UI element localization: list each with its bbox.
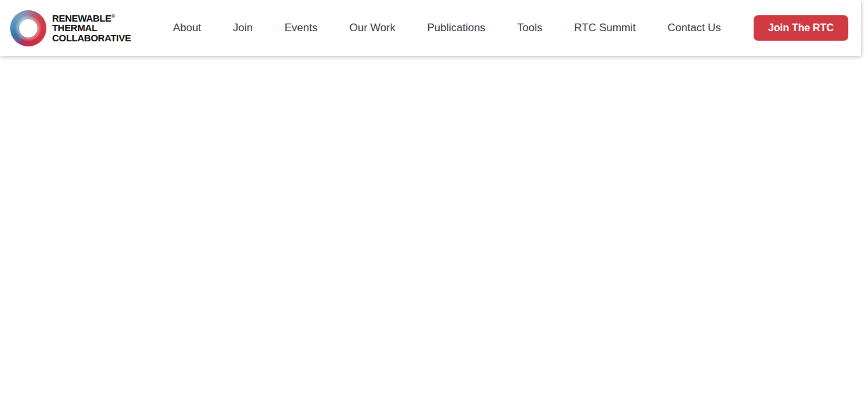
nav-item-our-work[interactable]: Our Work <box>349 22 395 34</box>
nav-item-tools[interactable]: Tools <box>517 22 543 34</box>
join-the-rtc-button[interactable]: Join The RTC <box>754 15 848 41</box>
logo-line-renewable: RENEWABLE® <box>52 13 131 24</box>
site-logo[interactable]: RENEWABLE® THERMAL COLLABORATIVE <box>10 10 131 46</box>
registered-trademark-symbol: ® <box>111 13 115 19</box>
nav-item-contact-us[interactable]: Contact Us <box>668 22 721 34</box>
nav-item-join[interactable]: Join <box>233 22 253 34</box>
page-content <box>0 56 868 414</box>
logo-wordmark: RENEWABLE® THERMAL COLLABORATIVE <box>52 13 131 43</box>
nav-item-about[interactable]: About <box>173 22 201 34</box>
nav-item-rtc-summit[interactable]: RTC Summit <box>574 22 636 34</box>
site-header: RENEWABLE® THERMAL COLLABORATIVE About J… <box>0 0 861 56</box>
logo-line-thermal: THERMAL <box>52 23 131 33</box>
nav-item-publications[interactable]: Publications <box>427 22 485 34</box>
nav-item-events[interactable]: Events <box>285 22 318 34</box>
logo-line-collaborative: COLLABORATIVE <box>52 33 131 43</box>
rtc-logo-ring-icon <box>10 10 46 46</box>
primary-nav: About Join Events Our Work Publications … <box>173 22 721 34</box>
